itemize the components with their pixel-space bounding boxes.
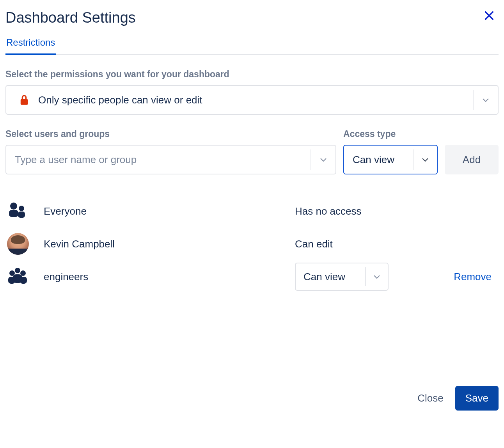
permission-select[interactable]: Only specific people can view or edit bbox=[5, 85, 499, 115]
permissions-list: Everyone Has no access Kevin Campbell Ca… bbox=[5, 195, 499, 293]
dialog-header: Dashboard Settings bbox=[5, 6, 499, 26]
group-icon bbox=[7, 267, 28, 287]
add-button[interactable]: Add bbox=[445, 145, 499, 174]
people-icon bbox=[7, 201, 27, 221]
chevron-down-icon bbox=[365, 267, 388, 286]
access-type-value: Can view bbox=[344, 154, 394, 166]
row-access-value: Can view bbox=[296, 271, 345, 283]
svg-point-1 bbox=[10, 203, 17, 210]
dialog-title: Dashboard Settings bbox=[5, 9, 136, 26]
svg-rect-9 bbox=[8, 277, 15, 284]
permission-row-name: Kevin Campbell bbox=[39, 238, 295, 250]
permission-row-group: engineers Can view Remove bbox=[5, 260, 499, 293]
close-dialog-button[interactable] bbox=[480, 6, 499, 25]
svg-rect-10 bbox=[20, 277, 27, 284]
dashboard-settings-dialog: Dashboard Settings Restrictions Select t… bbox=[0, 0, 504, 293]
svg-rect-0 bbox=[21, 99, 28, 105]
chevron-down-icon bbox=[473, 90, 498, 110]
permission-row-user: Kevin Campbell Can edit bbox=[5, 228, 499, 260]
chevron-down-icon bbox=[311, 149, 335, 170]
user-picker[interactable] bbox=[5, 145, 336, 174]
close-icon bbox=[484, 16, 495, 22]
save-button[interactable]: Save bbox=[455, 386, 499, 411]
permission-row-access: Can edit bbox=[295, 238, 396, 250]
permission-row-access: Has no access bbox=[295, 205, 396, 217]
avatar bbox=[7, 233, 29, 255]
permission-select-value: Only specific people can view or edit bbox=[38, 94, 202, 106]
remove-link[interactable]: Remove bbox=[454, 271, 492, 283]
permission-row-name: engineers bbox=[39, 271, 295, 283]
tabs: Restrictions bbox=[5, 37, 499, 55]
svg-rect-4 bbox=[18, 212, 25, 218]
chevron-down-icon bbox=[413, 149, 437, 170]
add-access-row: Select users and groups Access type Can … bbox=[5, 129, 499, 174]
svg-point-5 bbox=[15, 268, 20, 273]
close-button[interactable]: Close bbox=[409, 386, 452, 411]
permission-row-everyone: Everyone Has no access bbox=[5, 195, 499, 228]
access-type-label: Access type bbox=[343, 129, 438, 139]
lock-icon bbox=[19, 94, 30, 106]
permission-select-label: Select the permissions you want for your… bbox=[5, 69, 499, 80]
svg-rect-2 bbox=[9, 210, 18, 217]
user-picker-input[interactable] bbox=[6, 154, 300, 166]
user-picker-label: Select users and groups bbox=[5, 129, 336, 139]
dialog-footer: Close Save bbox=[409, 386, 499, 411]
svg-point-3 bbox=[19, 206, 24, 211]
row-access-select[interactable]: Can view bbox=[295, 263, 389, 291]
tab-restrictions[interactable]: Restrictions bbox=[5, 37, 56, 55]
permission-row-name: Everyone bbox=[39, 205, 295, 217]
access-type-select[interactable]: Can view bbox=[343, 145, 438, 174]
